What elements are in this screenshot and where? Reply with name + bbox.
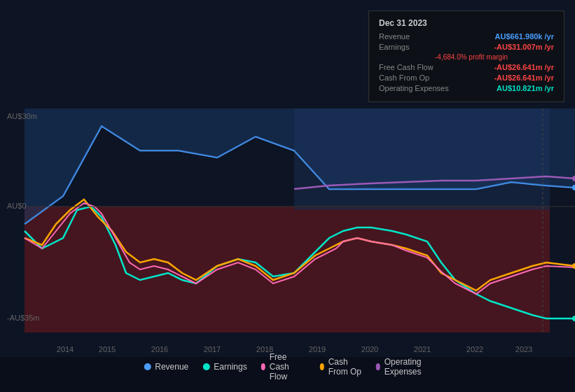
legend-opex-label: Operating Expenses xyxy=(385,357,431,377)
legend-earnings: Earnings xyxy=(202,362,247,372)
x-label-2014: 2014 xyxy=(57,345,74,354)
legend-revenue: Revenue xyxy=(144,362,188,372)
x-label-2015: 2015 xyxy=(99,345,116,354)
tooltip-revenue-label: Revenue xyxy=(379,32,410,41)
tooltip-opex-value: AU$10.821m /yr xyxy=(497,84,554,92)
legend-opex-dot xyxy=(376,363,380,370)
x-label-2023: 2023 xyxy=(515,345,532,354)
tooltip-cash-from-op-value: -AU$26.641m /yr xyxy=(494,74,554,82)
svg-rect-1 xyxy=(25,206,550,332)
x-label-2022: 2022 xyxy=(466,345,483,354)
legend-fcf-dot xyxy=(261,363,265,370)
legend-fcf: Free Cash Flow xyxy=(261,352,306,382)
tooltip-date: Dec 31 2023 xyxy=(379,18,554,28)
tooltip-opex-label: Operating Expenses xyxy=(379,84,449,92)
legend-earnings-label: Earnings xyxy=(214,362,247,372)
legend-revenue-dot xyxy=(144,363,151,370)
tooltip-fcf: Free Cash Flow -AU$26.641m /yr xyxy=(379,63,554,71)
tooltip-revenue: Revenue AU$661.980k /yr xyxy=(379,32,554,41)
tooltip-opex: Operating Expenses AU$10.821m /yr xyxy=(379,84,554,92)
tooltip-fcf-value: -AU$26.641m /yr xyxy=(494,63,554,71)
chart-legend: Revenue Earnings Free Cash Flow Cash Fro… xyxy=(144,352,431,382)
tooltip-cash-from-op: Cash From Op -AU$26.641m /yr xyxy=(379,74,554,82)
legend-earnings-dot xyxy=(202,363,209,370)
tooltip-earnings: Earnings -AU$31.007m /yr xyxy=(379,43,554,51)
legend-cash-from-op-label: Cash From Op xyxy=(328,357,362,377)
legend-cash-from-op-dot xyxy=(320,363,324,370)
tooltip-fcf-label: Free Cash Flow xyxy=(379,63,434,71)
y-label-bottom: -AU$35m xyxy=(7,314,39,322)
tooltip-revenue-value: AU$661.980k /yr xyxy=(495,32,554,41)
legend-revenue-label: Revenue xyxy=(155,362,188,372)
legend-cash-from-op: Cash From Op xyxy=(320,357,362,377)
y-label-top: AU$30m xyxy=(7,112,37,120)
tooltip-box: Dec 31 2023 Revenue AU$661.980k /yr Earn… xyxy=(368,10,564,102)
tooltip-cash-from-op-label: Cash From Op xyxy=(379,74,429,82)
chart-container: AU$30m AU$0 -AU$35m 2014 2015 2016 2017 … xyxy=(0,0,575,392)
tooltip-earnings-label: Earnings xyxy=(379,43,409,51)
tooltip-profit-margin: -4,684.0% profit margin xyxy=(379,53,554,61)
y-label-zero: AU$0 xyxy=(7,202,27,210)
tooltip-earnings-value: -AU$31.007m /yr xyxy=(494,43,554,51)
legend-opex: Operating Expenses xyxy=(376,357,431,377)
legend-fcf-label: Free Cash Flow xyxy=(270,352,306,382)
